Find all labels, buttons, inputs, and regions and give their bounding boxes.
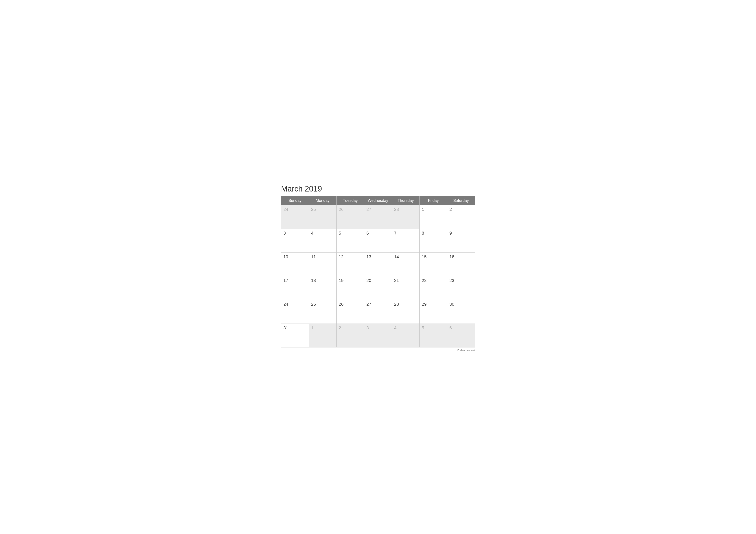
calendar-day: 14 — [392, 252, 419, 276]
calendar-day: 30 — [447, 300, 475, 323]
calendar-day: 5 — [337, 229, 364, 252]
calendar-day: 3 — [364, 323, 392, 347]
calendar-day: 19 — [337, 276, 364, 300]
calendar-day: 31 — [281, 323, 309, 347]
calendar-day: 27 — [364, 205, 392, 229]
header-thursday: Thursday — [392, 196, 419, 205]
calendar-week-4: 24252627282930 — [281, 300, 475, 323]
calendar-day: 10 — [281, 252, 309, 276]
calendar-day: 7 — [392, 229, 419, 252]
header-wednesday: Wednesday — [364, 196, 392, 205]
calendar-day: 24 — [281, 300, 309, 323]
calendar-day: 9 — [447, 229, 475, 252]
header-saturday: Saturday — [447, 196, 475, 205]
calendar-day: 2 — [337, 323, 364, 347]
calendar-day: 2 — [447, 205, 475, 229]
calendar-day: 20 — [364, 276, 392, 300]
calendar-day: 1 — [419, 205, 447, 229]
calendar-week-5: 31123456 — [281, 323, 475, 347]
calendar-table: SundayMondayTuesdayWednesdayThursdayFrid… — [281, 196, 475, 347]
calendar-day: 25 — [309, 300, 337, 323]
calendar-day: 26 — [337, 300, 364, 323]
calendar-day: 29 — [419, 300, 447, 323]
calendar-day: 17 — [281, 276, 309, 300]
calendar-day: 11 — [309, 252, 337, 276]
calendar-week-0: 242526272812 — [281, 205, 475, 229]
calendar-day: 1 — [309, 323, 337, 347]
calendar-day: 6 — [364, 229, 392, 252]
calendar-body: 2425262728123456789101112131415161718192… — [281, 205, 475, 347]
calendar-day: 22 — [419, 276, 447, 300]
calendar-day: 3 — [281, 229, 309, 252]
header-friday: Friday — [419, 196, 447, 205]
calendar-container: March 2019 SundayMondayTuesdayWednesdayT… — [275, 178, 481, 356]
calendar-day: 27 — [364, 300, 392, 323]
calendar-day: 6 — [447, 323, 475, 347]
calendar-day: 4 — [392, 323, 419, 347]
calendar-week-1: 3456789 — [281, 229, 475, 252]
calendar-header-row: SundayMondayTuesdayWednesdayThursdayFrid… — [281, 196, 475, 205]
header-monday: Monday — [309, 196, 337, 205]
calendar-day: 21 — [392, 276, 419, 300]
calendar-day: 16 — [447, 252, 475, 276]
calendar-day: 18 — [309, 276, 337, 300]
calendar-day: 4 — [309, 229, 337, 252]
calendar-day: 8 — [419, 229, 447, 252]
calendar-day: 5 — [419, 323, 447, 347]
calendar-day: 12 — [337, 252, 364, 276]
calendar-day: 26 — [337, 205, 364, 229]
calendar-title: March 2019 — [281, 184, 475, 193]
header-sunday: Sunday — [281, 196, 309, 205]
calendar-week-3: 17181920212223 — [281, 276, 475, 300]
calendar-day: 24 — [281, 205, 309, 229]
calendar-week-2: 10111213141516 — [281, 252, 475, 276]
calendar-day: 25 — [309, 205, 337, 229]
calendar-day: 15 — [419, 252, 447, 276]
calendar-footer: iCalendars.net — [281, 349, 475, 352]
calendar-day: 28 — [392, 300, 419, 323]
calendar-day: 28 — [392, 205, 419, 229]
header-tuesday: Tuesday — [337, 196, 364, 205]
calendar-day: 23 — [447, 276, 475, 300]
calendar-day: 13 — [364, 252, 392, 276]
